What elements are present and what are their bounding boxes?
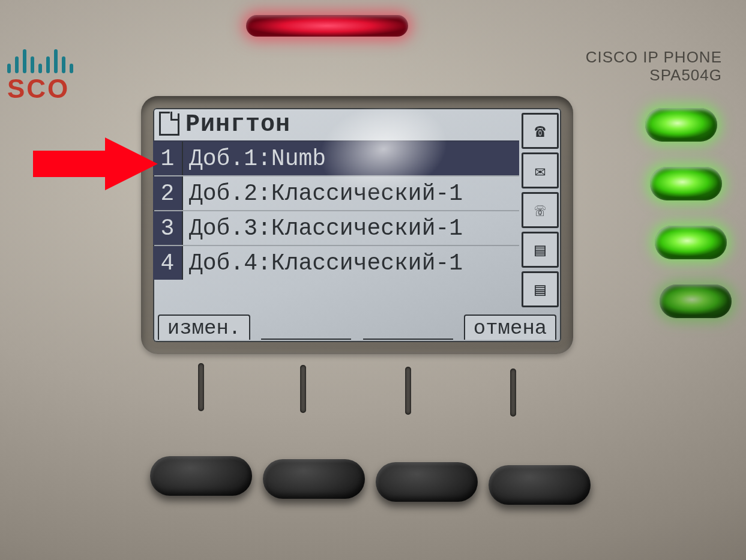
message-waiting-light (246, 15, 408, 37)
annotation-arrow-icon (33, 135, 159, 193)
softkey-slot (405, 367, 411, 415)
menu-row-3[interactable]: 3 Доб.3:Классический-1 (153, 210, 519, 245)
row-index: 3 (153, 211, 183, 245)
line-2-led[interactable] (650, 167, 722, 200)
softkey-slot (510, 369, 516, 417)
menu-rows: 1 Доб.1:Numb 2 Доб.2:Классический-1 3 До… (153, 140, 519, 280)
phone-offhook-icon: ☎ (522, 113, 559, 149)
phone-onhook-icon: ☏ (522, 192, 559, 228)
softkey-3-button[interactable] (376, 462, 478, 502)
cisco-bars-icon (7, 47, 73, 73)
menu-row-1[interactable]: 1 Доб.1:Numb (153, 140, 519, 175)
directory-icon: ▤ (522, 232, 559, 268)
lcd-frame: Рингтон 1 Доб.1:Numb 2 Доб.2:Классически… (141, 96, 573, 354)
phone-body: SCO CISCO IP PHONE SPA504G Рингтон 1 Доб… (0, 0, 746, 560)
row-text: Доб.2:Классический-1 (183, 181, 463, 206)
model-label: CISCO IP PHONE SPA504G (586, 48, 722, 84)
row-index: 1 (153, 142, 183, 175)
model-line2: SPA504G (586, 66, 722, 84)
line-4-led[interactable] (660, 285, 732, 318)
softlabel-4: отмена (459, 309, 561, 340)
row-index: 4 (153, 246, 183, 280)
softkey-2-button[interactable] (263, 459, 365, 499)
menu-row-2[interactable]: 2 Доб.2:Классический-1 (153, 175, 519, 210)
softkey-4-button[interactable] (489, 465, 591, 505)
row-text: Доб.1:Numb (183, 146, 326, 172)
page-icon (159, 113, 179, 136)
row-text: Доб.3:Классический-1 (183, 215, 463, 241)
softlabel-1: измен. (153, 309, 255, 340)
softlabel-3 (357, 309, 459, 340)
line-icons: ☎ ✉ ☏ ▤ ▤ (522, 113, 559, 307)
envelope-icon: ✉ (522, 152, 559, 188)
model-line1: CISCO IP PHONE (586, 48, 722, 66)
screen-title: Рингтон (185, 111, 290, 138)
lcd-screen: Рингтон 1 Доб.1:Numb 2 Доб.2:Классически… (153, 108, 561, 342)
softlabel-2 (255, 309, 357, 340)
softkey-1-button[interactable] (150, 456, 252, 496)
line-3-led[interactable] (655, 226, 727, 259)
cisco-logo: SCO (7, 47, 73, 102)
screen-header: Рингтон (153, 108, 561, 140)
svg-marker-0 (33, 137, 158, 190)
softkey-slot (198, 363, 204, 411)
menu-row-4[interactable]: 4 Доб.4:Классический-1 (153, 245, 519, 280)
line-1-led[interactable] (645, 108, 717, 142)
directory-icon: ▤ (522, 271, 559, 307)
row-text: Доб.4:Классический-1 (183, 250, 463, 276)
softkey-labels: измен. отмена (153, 309, 561, 340)
row-index: 2 (153, 176, 183, 210)
cisco-word: SCO (7, 76, 73, 102)
softkey-slot (300, 365, 306, 413)
